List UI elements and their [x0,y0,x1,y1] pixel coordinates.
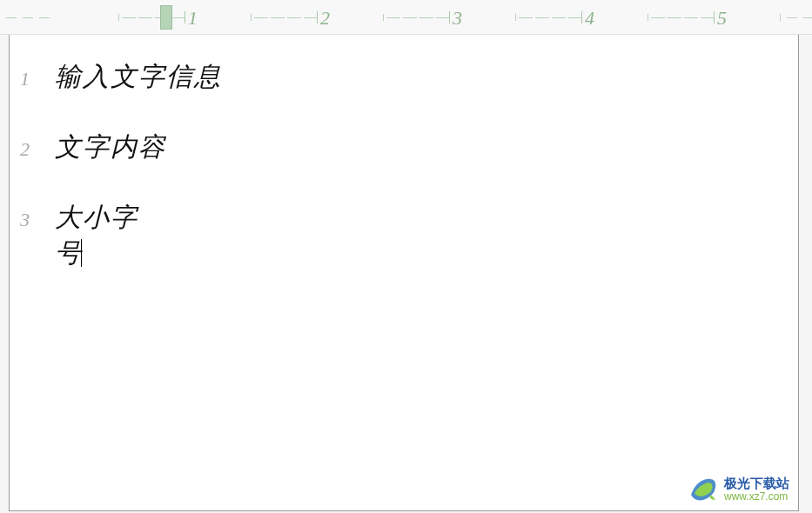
text-line: 2 文字内容 [10,130,798,165]
line-number: 2 [20,138,46,161]
line-content[interactable]: 输入文字信息 [55,59,222,95]
text-cursor [81,239,82,267]
ruler-number: 3 [453,7,462,30]
line-content[interactable]: 文字内容 [55,130,166,165]
line-number: 1 [20,68,46,90]
line-number: 3 [20,209,46,231]
ruler-number: 4 [585,7,594,30]
watermark: 极光下载站 www.xz7.com [688,474,789,505]
watermark-url: www.xz7.com [724,491,789,503]
ruler-indent-marker[interactable] [160,5,172,30]
aurora-logo-icon [688,474,719,505]
line-content[interactable]: 大小字号 [55,200,165,271]
ruler-number: 1 [188,7,198,30]
text-line: 1 输入文字信息 [10,59,798,95]
text-line: 3 大小字号 [10,200,798,271]
ruler-number: 2 [320,7,330,30]
ruler-number: 5 [717,7,727,30]
horizontal-ruler[interactable]: 12345 [0,0,812,35]
watermark-title: 极光下载站 [724,476,789,491]
document-editor-area[interactable]: 1 输入文字信息 2 文字内容 3 大小字号 极光下载站 www.xz7.com [9,35,799,511]
